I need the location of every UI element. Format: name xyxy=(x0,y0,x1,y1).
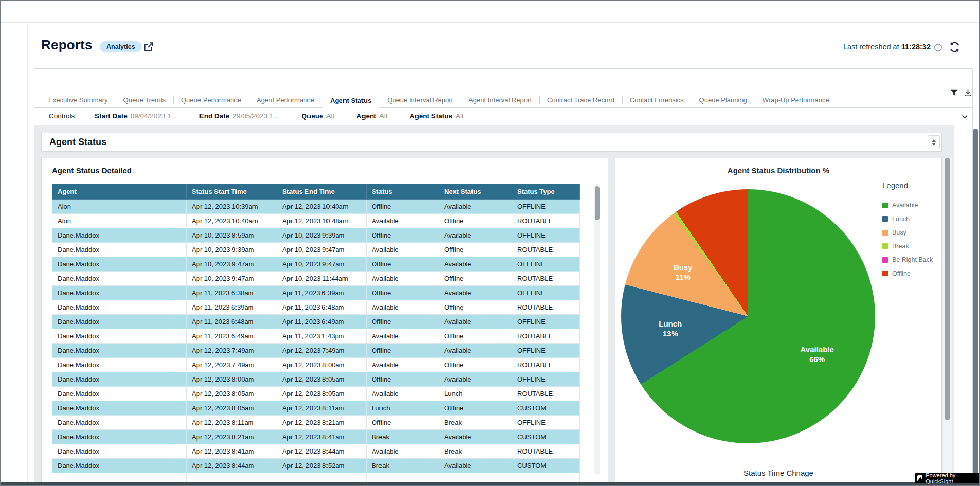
table-row[interactable]: Dane.MaddoxApr 12, 2023 7:49amApr 12, 20… xyxy=(52,344,580,358)
legend-swatch xyxy=(882,216,888,222)
table-row[interactable]: Dane.MaddoxApr 12, 2023 8:00amApr 12, 20… xyxy=(52,372,580,387)
tab-queue-performance[interactable]: Queue Performance xyxy=(173,93,249,108)
table-cell: Apr 12, 2023 8:11am xyxy=(187,416,277,430)
table-row[interactable]: Dane.MaddoxApr 12, 2023 7:49amApr 12, 20… xyxy=(52,358,580,372)
tab-agent-status[interactable]: Agent Status xyxy=(322,93,379,108)
page-title: Reports xyxy=(41,37,93,53)
table-row[interactable]: Dane.MaddoxApr 10, 2023 9:47amApr 10, 20… xyxy=(52,257,580,272)
legend-title: Legend xyxy=(882,181,908,190)
tab-queue-interval-report[interactable]: Queue Interval Report xyxy=(379,93,461,108)
pie-slice-label-available: Available66% xyxy=(801,344,834,364)
download-icon[interactable] xyxy=(964,88,972,97)
table-cell: Available xyxy=(439,372,512,387)
legend-item-offline[interactable]: Offline xyxy=(882,270,933,277)
table-cell: OFFLINE xyxy=(512,344,580,358)
refresh-icon[interactable] xyxy=(949,41,960,53)
table-row[interactable]: Dane.MaddoxApr 10, 2023 8:59amApr 10, 20… xyxy=(52,228,580,243)
table-cell: Dane.Maddox xyxy=(52,329,187,344)
controls-chevron-down-icon[interactable] xyxy=(960,113,969,121)
table-cell: Apr 12, 2023 8:11am xyxy=(277,401,367,416)
table-cell: ROUTABLE xyxy=(512,214,580,228)
control-queue[interactable]: QueueAll xyxy=(301,112,334,120)
column-header-status-type[interactable]: Status Type xyxy=(512,184,580,200)
table-cell: Apr 12, 2023 8:00am xyxy=(187,372,277,387)
table-row[interactable]: AlonApr 12, 2023 10:40amApr 12, 2023 10:… xyxy=(52,214,580,228)
column-header-agent[interactable]: Agent xyxy=(52,184,187,200)
tab-executive-summary[interactable]: Executive Summary xyxy=(41,93,116,108)
agent-status-pie-chart[interactable]: Available66%Lunch13%Busy11% xyxy=(621,189,875,443)
column-header-status-end-time[interactable]: Status End Time xyxy=(277,184,367,200)
table-header-row: AgentStatus Start TimeStatus End TimeSta… xyxy=(52,184,580,200)
tab-agent-interval-report[interactable]: Agent Interval Report xyxy=(461,93,539,108)
table-cell: Available xyxy=(439,228,512,243)
table-cell: CUSTOM xyxy=(512,401,580,416)
table-row[interactable]: AlonApr 12, 2023 10:39amApr 12, 2023 10:… xyxy=(52,200,580,214)
table-row[interactable]: Dane.MaddoxApr 12, 2023 8:21amApr 12, 20… xyxy=(52,430,580,444)
table-row[interactable]: Dane.MaddoxApr 11, 2023 6:49amApr 11, 20… xyxy=(52,329,580,344)
table-cell: ROUTABLE xyxy=(512,243,580,257)
legend-item-lunch[interactable]: Lunch xyxy=(882,215,933,223)
table-cell: Apr 11, 2023 6:49am xyxy=(277,315,367,329)
table-row[interactable]: Dane.MaddoxApr 11, 2023 6:38amApr 11, 20… xyxy=(52,286,580,300)
legend-item-busy[interactable]: Busy xyxy=(882,229,933,236)
legend-item-available[interactable]: Available xyxy=(882,202,933,209)
table-cell: Available xyxy=(367,444,439,459)
tab-contract-trace-record[interactable]: Contract Trace Record xyxy=(539,93,622,108)
table-row[interactable]: Dane.MaddoxApr 11, 2023 6:48amApr 11, 20… xyxy=(52,315,580,329)
tab-contact-forensics[interactable]: Contact Forensics xyxy=(622,93,692,108)
table-cell: Apr 12, 2023 8:21am xyxy=(277,416,367,430)
table-cell: Available xyxy=(367,387,439,401)
sheet-scrollbar-thumb[interactable] xyxy=(945,158,950,420)
control-agent-status[interactable]: Agent StatusAll xyxy=(410,112,463,120)
filter-funnel-icon[interactable] xyxy=(950,88,958,97)
analytics-badge: Analytics xyxy=(100,41,142,52)
table-cell: Apr 12, 2023 7:49am xyxy=(187,344,277,358)
table-row[interactable]: Dane.MaddoxApr 11, 2023 6:39amApr 11, 20… xyxy=(52,300,580,315)
table-row[interactable]: Dane.MaddoxApr 12, 2023 8:05amApr 12, 20… xyxy=(52,401,580,416)
sheet-spinner-control[interactable] xyxy=(928,135,940,149)
control-agent[interactable]: AgentAll xyxy=(356,112,387,120)
table-cell: Apr 11, 2023 6:39am xyxy=(187,300,277,315)
table-cell: Offline xyxy=(439,214,512,228)
legend-item-be-right-back[interactable]: Be Right Back xyxy=(882,256,933,263)
table-cell: Dane.Maddox xyxy=(52,257,187,272)
table-cell: Apr 12, 2023 7:49am xyxy=(187,358,277,372)
table-cell: Available xyxy=(367,329,439,344)
tab-queue-trends[interactable]: Queue Trends xyxy=(116,93,173,108)
control-start-date[interactable]: Start Date09/04/2023 1... xyxy=(95,112,177,120)
table-cell: Available xyxy=(439,344,512,358)
tab-agent-performance[interactable]: Agent Performance xyxy=(249,93,322,108)
table-cell: Offline xyxy=(439,401,512,416)
column-header-status[interactable]: Status xyxy=(367,184,439,200)
legend-item-break[interactable]: Break xyxy=(882,243,933,250)
tab-queue-planning[interactable]: Queue Planning xyxy=(692,93,755,108)
column-header-next-status[interactable]: Next Status xyxy=(439,184,512,200)
table-cell: Apr 10, 2023 11:44am xyxy=(277,272,367,286)
table-cell: Dane.Maddox xyxy=(52,430,187,444)
page-scrollbar-thumb[interactable] xyxy=(973,129,978,482)
info-icon[interactable] xyxy=(934,43,942,52)
last-refreshed-text: Last refreshed at 11:28:32 xyxy=(843,43,931,51)
table-cell: Apr 12, 2023 8:05am xyxy=(277,387,367,401)
table-scrollbar-thumb[interactable] xyxy=(595,186,600,220)
powered-by-quicksight-badge: Powered by QuickSight xyxy=(915,473,980,483)
table-cell: Dane.Maddox xyxy=(52,344,187,358)
table-cell: Apr 12, 2023 8:44am xyxy=(277,444,367,459)
table-row[interactable]: Dane.MaddoxApr 12, 2023 8:11amApr 12, 20… xyxy=(52,416,580,430)
table-row[interactable]: Dane.MaddoxApr 10, 2023 9:39amApr 10, 20… xyxy=(52,243,580,257)
column-header-status-start-time[interactable]: Status Start Time xyxy=(187,184,277,200)
control-end-date[interactable]: End Date29/05/2023 1... xyxy=(199,112,279,120)
table-cell: Break xyxy=(367,459,439,473)
table-row[interactable]: Dane.MaddoxApr 12, 2023 8:05amApr 12, 20… xyxy=(52,387,580,401)
table-row[interactable]: Dane.MaddoxApr 12, 2023 8:41amApr 12, 20… xyxy=(52,444,580,459)
table-row[interactable]: Dane.MaddoxApr 10, 2023 9:47amApr 10, 20… xyxy=(52,272,580,286)
controls-label: Controls xyxy=(49,112,75,120)
controls-row: Start Date09/04/2023 1...End Date29/05/2… xyxy=(95,112,463,120)
external-link-icon[interactable] xyxy=(143,41,154,52)
table-cell: Lunch xyxy=(367,401,439,416)
table-cell: Apr 11, 2023 6:48am xyxy=(277,300,367,315)
tab-wrap-up-performance[interactable]: Wrap-Up Performance xyxy=(755,93,837,108)
table-cell: Apr 10, 2023 9:47am xyxy=(277,243,367,257)
table-row[interactable]: Dane.MaddoxApr 12, 2023 8:44amApr 12, 20… xyxy=(52,459,580,473)
table-cell: Apr 11, 2023 6:48am xyxy=(187,315,277,329)
